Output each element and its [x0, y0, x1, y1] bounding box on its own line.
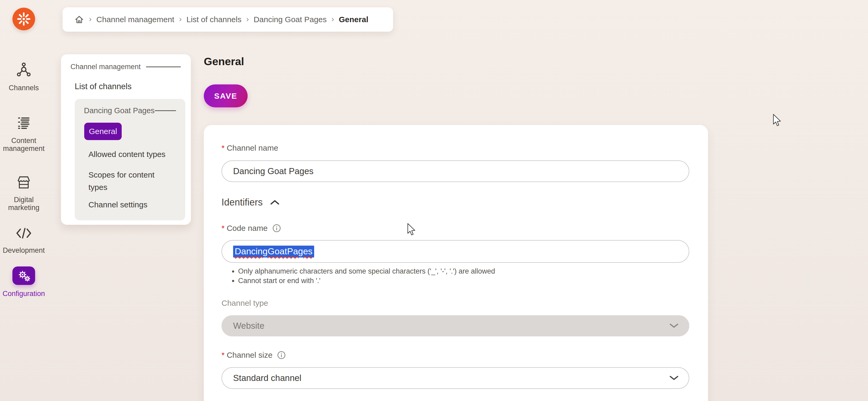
sidebar-item-label: Development [1, 246, 46, 254]
dancing-goat-pages-group: Dancing Goat Pages General Allowed conte… [75, 99, 185, 220]
title-rule [146, 66, 181, 67]
breadcrumb-separator: › [246, 14, 249, 24]
channel-management-panel: Channel management List of channels Danc… [61, 54, 191, 225]
starburst-icon [17, 11, 31, 26]
mouse-cursor [772, 114, 781, 127]
identifiers-section-header: Identifiers [221, 197, 280, 208]
app-window: › Channel management › List of channels … [0, 0, 868, 401]
development-icon [15, 225, 32, 242]
configuration-tile [12, 266, 35, 285]
group-title: Dancing Goat Pages [84, 106, 155, 115]
save-button[interactable]: SAVE [204, 85, 248, 107]
code-name-hints: Only alphanumeric characters and some sp… [229, 266, 495, 286]
title-rule [155, 110, 176, 111]
sidebar-item-label: Channels [1, 84, 46, 92]
digital-marketing-icon [15, 174, 32, 191]
breadcrumb-separator: › [332, 14, 334, 24]
general-form-card: *Channel name Dancing Goat Pages Identif… [204, 125, 708, 401]
gears-icon [16, 269, 31, 282]
page-title: General [204, 56, 244, 68]
breadcrumb-item-dancing-goat-pages[interactable]: Dancing Goat Pages [254, 15, 327, 24]
info-icon[interactable] [273, 224, 281, 232]
channel-name-input[interactable]: Dancing Goat Pages [221, 160, 689, 182]
sidebar-item-channels[interactable]: Channels [0, 62, 48, 92]
code-name-input[interactable]: DancingGoatPages [221, 240, 689, 263]
breadcrumb-separator: › [179, 14, 182, 24]
hint-item: Cannot start or end with '.' [238, 276, 495, 286]
channel-size-label: *Channel size [221, 350, 286, 360]
kentico-logo-icon[interactable] [12, 8, 35, 30]
breadcrumb-item-channel-management[interactable]: Channel management [96, 15, 174, 24]
menu-item-general-active[interactable]: General [84, 123, 122, 140]
channel-type-select: Website [221, 315, 689, 336]
content-management-icon [15, 115, 32, 132]
required-mark: * [221, 350, 225, 360]
menu-item-label: General [89, 127, 117, 136]
home-icon[interactable] [74, 14, 84, 25]
required-mark: * [221, 224, 225, 233]
panel-title-row: Channel management [70, 63, 181, 71]
panel-title: Channel management [70, 63, 141, 71]
code-name-value-selected: DancingGoatPages [233, 245, 314, 258]
hint-item: Only alphanumeric characters and some sp… [238, 266, 495, 276]
breadcrumb: › Channel management › List of channels … [63, 7, 393, 32]
channel-name-label: *Channel name [221, 143, 278, 153]
sidebar-item-development[interactable]: Development [0, 225, 48, 254]
channel-type-value: Website [233, 321, 265, 331]
group-title-row: Dancing Goat Pages [84, 106, 176, 115]
sidebar-item-configuration[interactable]: Configuration [0, 266, 48, 298]
menu-item-allowed-content-types[interactable]: Allowed content types [88, 148, 165, 160]
breadcrumb-item-list-of-channels[interactable]: List of channels [186, 15, 241, 24]
sidebar-item-label: Digital marketing [1, 196, 46, 211]
code-name-label: *Code name [221, 224, 281, 233]
breadcrumb-item-general: General [339, 15, 369, 24]
sidebar-item-digital-marketing[interactable]: Digital marketing [0, 174, 48, 211]
channels-icon [15, 62, 32, 79]
channel-type-label: Channel type [221, 299, 268, 308]
info-icon[interactable] [277, 351, 286, 359]
sidebar-item-label: Configuration [1, 290, 46, 298]
menu-item-channel-settings[interactable]: Channel settings [88, 198, 147, 211]
panel-item-list-of-channels[interactable]: List of channels [75, 82, 131, 91]
identifiers-title: Identifiers [221, 197, 263, 208]
chevron-down-icon [669, 375, 679, 381]
breadcrumb-separator: › [89, 14, 92, 24]
sidebar-item-label: Content management [1, 137, 46, 153]
channel-name-value: Dancing Goat Pages [233, 166, 314, 176]
channel-size-select[interactable]: Standard channel [221, 367, 689, 389]
chevron-up-icon[interactable] [270, 199, 280, 205]
required-mark: * [221, 143, 225, 153]
chevron-down-icon [669, 323, 679, 329]
sidebar-item-content-management[interactable]: Content management [0, 115, 48, 153]
menu-item-scopes-for-content-types[interactable]: Scopes for content types [88, 169, 170, 193]
channel-size-value: Standard channel [233, 373, 302, 383]
